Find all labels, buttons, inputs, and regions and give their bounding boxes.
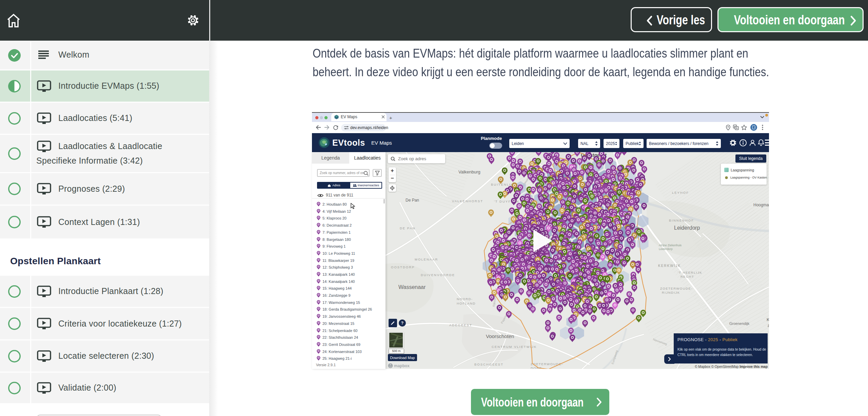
svg-text:KERKWIJK: KERKWIJK xyxy=(658,264,681,268)
svg-text:VALKENHORST: VALKENHORST xyxy=(452,199,483,203)
svg-text:aar: aar xyxy=(768,323,769,328)
svg-text:Voorschoten: Voorschoten xyxy=(486,333,514,339)
svg-text:Valkenburg: Valkenburg xyxy=(458,169,480,174)
svg-text:OOSTDORP: OOSTDORP xyxy=(391,265,415,269)
svg-text:BOSCHGEEST: BOSCHGEEST xyxy=(474,362,504,366)
svg-text:LEYHOF: LEYHOF xyxy=(672,191,689,194)
svg-text:DE PAN: DE PAN xyxy=(400,226,416,230)
svg-text:ADEGEEST: ADEGEEST xyxy=(449,323,472,327)
svg-text:Leiderdorp: Leiderdorp xyxy=(659,247,673,251)
svg-text:ZOETERWOUDE-: ZOETERWOUDE- xyxy=(660,287,693,290)
svg-text:'T HEERLIJK: 'T HEERLIJK xyxy=(678,271,702,274)
svg-text:Alrijne Ziekenhuis: Alrijne Ziekenhuis xyxy=(659,244,682,247)
svg-text:De Pan: De Pan xyxy=(406,198,419,203)
svg-text:HOFLAND: HOFLAND xyxy=(457,301,476,305)
svg-text:NOORD-: NOORD- xyxy=(457,297,473,301)
svg-text:RECHT: RECHT xyxy=(680,275,694,278)
svg-text:Hoogmade: Hoogmade xyxy=(753,203,769,207)
svg-text:Leiderdorp: Leiderdorp xyxy=(674,225,700,231)
svg-text:Groenendijk: Groenendijk xyxy=(729,321,750,326)
svg-text:BINNENHOF: BINNENHOF xyxy=(669,219,694,222)
svg-text:CENTRUM VLIETWIJK: CENTRUM VLIETWIJK xyxy=(492,345,537,349)
svg-text:Wassenaar: Wassenaar xyxy=(398,284,426,290)
svg-text:MOLENAAR: MOLENAAR xyxy=(415,257,438,261)
svg-text:DUIVENVOORDE: DUIVENVOORDE xyxy=(421,273,455,277)
svg-text:ZOETERWOUDE-: ZOETERWOUDE- xyxy=(531,362,563,366)
svg-text:Ko: Ko xyxy=(767,317,769,322)
svg-text:RIJNDIJK: RIJNDIJK xyxy=(662,291,680,294)
